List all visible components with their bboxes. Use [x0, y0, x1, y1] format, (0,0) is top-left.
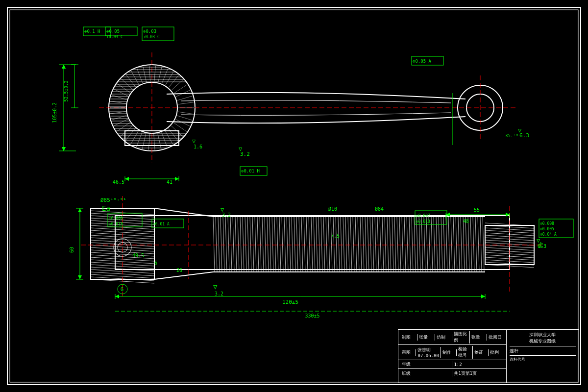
cell-jybh: 检验批号 [457, 346, 472, 359]
university-name: 深圳职业大学机械专业图纸 [510, 332, 576, 346]
cell-sheet: 共1页第1页 [452, 370, 504, 377]
cell-zl2: 张量 [470, 334, 487, 341]
part-number: 连杆代号 [510, 357, 576, 362]
title-row-4: 班级 共1页第1页 [398, 369, 506, 378]
cell-prdate: 批阅日 [487, 334, 504, 341]
title-block: 制图 张量 仿制 描图比例 张量 批阅日 审图 张志明 07.06.80 制作 … [398, 329, 579, 383]
cell-banji: 班级 [400, 370, 452, 377]
cell-fanzhi: 仿制 [435, 334, 452, 341]
drawing-container: 制图 张量 仿制 描图比例 张量 批阅日 审图 张志明 07.06.80 制作 … [0, 0, 588, 392]
cell-nianji: 年级 [400, 361, 452, 368]
title-row-3: 年级 1:2 [398, 360, 506, 369]
cell-zhangliang: 张量 [417, 334, 435, 341]
cell-miaotubl: 描图比例 [452, 331, 469, 343]
cell-zhizuo: 制作 [441, 349, 457, 356]
title-right: 深圳职业大学机械专业图纸 连杆 连杆代号 [507, 330, 579, 383]
cell-zhitu: 制图 [400, 334, 417, 341]
title-row-header: 制图 张量 仿制 描图比例 张量 批阅日 [398, 330, 506, 345]
cell-pipan: 批判 [489, 349, 504, 356]
cell-qianzh: 签证 [473, 349, 489, 356]
title-left: 制图 张量 仿制 描图比例 张量 批阅日 审图 张志明 07.06.80 制作 … [398, 330, 507, 383]
part-name-label: 连杆 [510, 348, 576, 356]
cell-shent: 审图 [400, 349, 416, 356]
title-row-2: 审图 张志明 07.06.80 制作 检验批号 签证 批判 [398, 345, 506, 360]
cell-scale: 1:2 [452, 362, 504, 367]
cell-zhangzm: 张志明 07.06.80 [416, 347, 441, 358]
